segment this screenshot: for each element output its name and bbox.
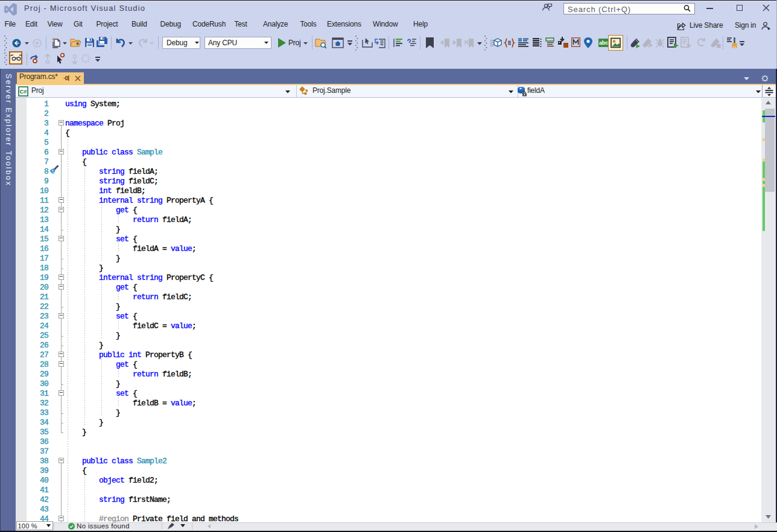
svg-text:C#: C#	[19, 88, 27, 95]
